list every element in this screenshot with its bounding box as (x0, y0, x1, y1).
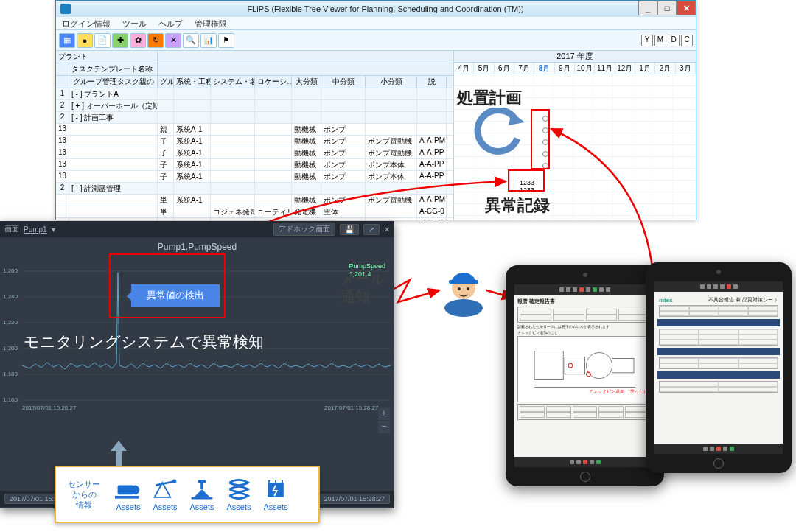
toolbar-btn-10[interactable]: ⚑ (218, 33, 234, 48)
table-row[interactable]: 13子系統A-1動機械ポンプポンプ本体A-A-PP (56, 159, 453, 171)
c-btn[interactable]: C (681, 35, 693, 46)
svg-text:1,180: 1,180 (3, 371, 18, 377)
svg-text:チェックピン追加
（笑った）: チェックピン追加 （笑った） (589, 389, 648, 394)
month-cell[interactable]: 8月 (534, 63, 554, 74)
month-cell[interactable]: 4月 (454, 63, 474, 74)
save-icon[interactable]: 💾 (340, 224, 359, 235)
up-arrow-icon (111, 441, 127, 466)
toolbar-btn-8[interactable]: 🔍 (183, 33, 199, 48)
menu-tool[interactable]: ツール (116, 17, 153, 29)
svg-text:1,240: 1,240 (3, 293, 18, 300)
month-cell[interactable]: 3月 (676, 63, 696, 74)
cycle-arrow-icon (470, 108, 529, 167)
svg-point-29 (458, 287, 461, 290)
ymdc-toggle[interactable]: Y M D C (641, 35, 693, 46)
asset-transformer: Assets (262, 477, 289, 511)
menu-admin[interactable]: 管理権限 (189, 17, 233, 29)
menu-help[interactable]: ヘルプ (153, 17, 189, 29)
section-band-2 (657, 348, 780, 355)
table-row[interactable]: 1[ - ] プラントA (56, 88, 453, 100)
toolbar-btn-5[interactable]: ✿ (130, 33, 146, 48)
table-row[interactable]: 13子系統A-1動機械ポンプポンプ本体A-A-PP (56, 171, 453, 183)
tree-pane: プラント タスクテンプレート名称 グループ管理タスク親の グル 系統・工程 シス… (56, 51, 454, 220)
svg-line-17 (156, 481, 174, 485)
breadcrumb-screen[interactable]: 画面 (4, 224, 19, 234)
month-cell[interactable]: 7月 (514, 63, 534, 74)
month-cell[interactable]: 5月 (474, 63, 494, 74)
tablet-home-button[interactable] (580, 472, 590, 482)
d-btn[interactable]: D (668, 35, 680, 46)
col-dai: 大分類 (292, 76, 321, 88)
tree-rows: 1[ - ] プラントA2[ + ] オーバーホール（定期修理・検査）2[ - … (56, 88, 453, 220)
close-button[interactable]: ✕ (677, 1, 696, 15)
adhoc-button[interactable]: アドホック画面 (273, 223, 335, 236)
svg-rect-31 (534, 351, 563, 380)
company-logo: mtes (659, 297, 673, 304)
month-cell[interactable]: 2月 (655, 63, 675, 74)
breadcrumb-pump1[interactable]: Pump1 (24, 225, 47, 234)
flips-menubar: ログイン情報 ツール ヘルプ 管理権限 (56, 17, 696, 30)
table-row[interactable]: 単系統A-1動機械ポンプポンプ電動機A-A-PM (56, 195, 453, 206)
table-row[interactable]: 単コジェネ発電機ユーティリ発電機主体A-CG-0 (56, 206, 453, 218)
table-row[interactable]: 2[ - ] 計画工事 (56, 112, 453, 124)
minimize-button[interactable]: _ (638, 1, 657, 15)
toolbar-btn-4[interactable]: ✚ (112, 33, 128, 48)
tablet-app-bar (514, 284, 655, 295)
month-cell[interactable]: 12月 (615, 63, 635, 74)
m-btn[interactable]: M (654, 35, 666, 46)
tablet-home-button[interactable] (713, 458, 724, 469)
month-cell[interactable]: 10月 (575, 63, 595, 74)
toolbar-btn-1[interactable]: ▦ (59, 33, 75, 48)
table-row[interactable]: 単コジェネ発電機ユーティリ発電機全体A-CG-0 (56, 218, 453, 220)
col-chu: 中分類 (321, 76, 366, 88)
calendar-year: 2017 年度 (454, 51, 696, 63)
toolbar-btn-2[interactable]: ● (77, 33, 93, 48)
asset-pumpjack: Assets (152, 477, 178, 511)
asset-motor: Assets (115, 477, 142, 511)
section-band-1 (657, 319, 780, 326)
pump-schematic: チェックピン追加 （笑った） (517, 336, 652, 402)
report-title: 報管 確定報告書 (517, 298, 652, 305)
table-row[interactable]: 13親系統A-1動機械ポンプ (56, 124, 453, 136)
highlight-record-cell (508, 169, 545, 192)
close-panel-icon[interactable]: ✕ (384, 225, 390, 234)
footer-ts-right: 2017/07/01 15:28:27 (318, 494, 390, 504)
hdr-plant: プラント (56, 51, 158, 63)
toolbar-btn-7[interactable]: ✕ (165, 33, 181, 48)
expand-icon[interactable]: ⤢ (363, 224, 380, 235)
svg-rect-32 (565, 357, 584, 374)
tablet-quality-sheet: mtes 不具合報告 兼 品質対策シート (646, 262, 792, 473)
col-keito: 系統・工程 (174, 76, 211, 88)
table-row[interactable]: 2[ - ] 計測器管理 (56, 183, 453, 195)
label-record: 異常記録 (485, 195, 550, 217)
hdr-template: タスクテンプレート名称 (69, 63, 158, 75)
asset-valve: Assets (189, 477, 215, 511)
tablet-app-bar (654, 281, 783, 292)
month-cell[interactable]: 11月 (595, 63, 615, 74)
toolbar-btn-9[interactable]: 📊 (200, 33, 217, 48)
tablet-camera-icon (583, 273, 587, 277)
zoom-in-icon[interactable]: + (378, 408, 390, 420)
table-row[interactable]: 2[ + ] オーバーホール（定期修理・検査） (56, 100, 453, 112)
zoom-out-icon[interactable]: − (378, 421, 390, 433)
month-cell[interactable]: 9月 (555, 63, 575, 74)
tablet-report: 報管 確定報告書 記載されたセルロースには若干のムレルが表示されます チェックピ… (506, 265, 664, 486)
flips-titlebar: FLiPS (Flexible Tree Viewer for Planning… (56, 1, 696, 17)
menu-login[interactable]: ログイン情報 (56, 17, 116, 29)
svg-rect-16 (115, 496, 139, 499)
toolbar-btn-3[interactable]: 📄 (94, 33, 111, 48)
y-btn[interactable]: Y (641, 35, 653, 46)
maximize-button[interactable]: □ (657, 1, 677, 15)
svg-point-18 (172, 480, 176, 483)
table-row[interactable]: 13子系統A-1動機械ポンプポンプ電動機A-A-PM (56, 136, 453, 147)
monitoring-caption: モニタリングシステムで異常検知 (19, 330, 268, 467)
svg-text:1,200: 1,200 (3, 345, 18, 351)
table-row[interactable]: 13子系統A-1動機械ポンプポンプ電動機A-A-PP (56, 147, 453, 159)
col-group: グル (158, 76, 174, 88)
col-location: ロケーシ… (255, 76, 292, 88)
toolbar-btn-6[interactable]: ↻ (147, 33, 164, 48)
month-cell[interactable]: 6月 (495, 63, 514, 74)
col-remark: 説 (417, 76, 447, 88)
report-body-1: 記載されたセルロースには若干のムレルが表示されます (517, 324, 652, 329)
month-cell[interactable]: 1月 (635, 63, 655, 74)
